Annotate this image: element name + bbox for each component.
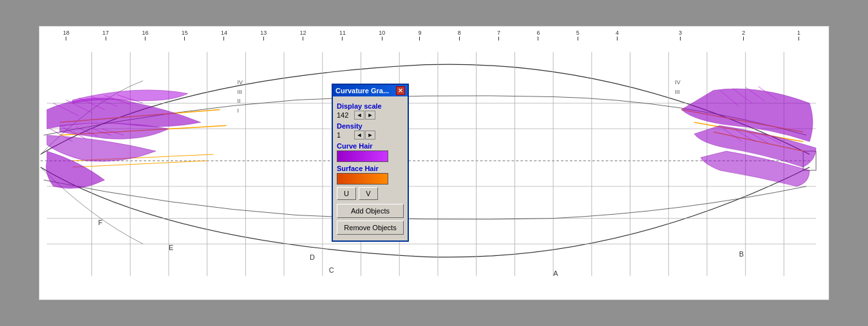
display-scale-label: Display scale bbox=[337, 102, 404, 110]
density-value: 1 bbox=[337, 131, 352, 139]
svg-text:D: D bbox=[310, 253, 315, 261]
dialog-title: Curvature Gra... bbox=[335, 87, 389, 95]
svg-text:F: F bbox=[98, 219, 102, 226]
v-button[interactable]: V bbox=[359, 187, 378, 200]
surface-hair-color-swatch[interactable] bbox=[337, 173, 388, 185]
svg-text:IV: IV bbox=[675, 79, 680, 86]
curve-hair-label: Curve Hair bbox=[337, 142, 404, 150]
density-decrement[interactable]: ◄ bbox=[354, 131, 364, 140]
svg-text:III: III bbox=[237, 89, 241, 95]
u-button[interactable]: U bbox=[337, 187, 356, 200]
curvature-graph-dialog: Curvature Gra... ✕ Display scale 142 ◄ ►… bbox=[332, 84, 409, 242]
canvas-area: 18 17 16 15 14 13 12 11 10 9 8 7 6 5 4 3… bbox=[39, 26, 829, 300]
surface-hair-label: Surface Hair bbox=[337, 165, 404, 172]
add-objects-button[interactable]: Add Objects bbox=[337, 204, 404, 218]
svg-line-41 bbox=[73, 161, 207, 167]
density-row: 1 ◄ ► bbox=[337, 131, 404, 140]
dialog-body: Display scale 142 ◄ ► Density 1 ◄ ► Curv… bbox=[333, 96, 408, 240]
svg-text:E: E bbox=[169, 244, 173, 251]
density-label: Density bbox=[337, 122, 404, 130]
svg-text:B: B bbox=[739, 250, 744, 258]
curve-hair-color-swatch[interactable] bbox=[337, 150, 388, 162]
svg-text:A: A bbox=[553, 269, 558, 277]
svg-text:II: II bbox=[237, 98, 240, 104]
density-spinner[interactable]: ◄ ► bbox=[354, 131, 375, 140]
display-scale-increment[interactable]: ► bbox=[365, 111, 375, 120]
svg-text:C: C bbox=[329, 266, 334, 274]
svg-text:I: I bbox=[237, 107, 238, 114]
ship-drawing: F E D C A B IV III II I IV III bbox=[39, 26, 829, 300]
remove-objects-button[interactable]: Remove Objects bbox=[337, 221, 404, 235]
display-scale-value: 142 bbox=[337, 111, 352, 119]
dialog-close-button[interactable]: ✕ bbox=[396, 86, 405, 95]
density-increment[interactable]: ► bbox=[365, 131, 375, 140]
display-scale-decrement[interactable]: ◄ bbox=[354, 111, 364, 120]
svg-text:III: III bbox=[675, 89, 679, 95]
uv-button-row: U V bbox=[337, 187, 404, 200]
dialog-titlebar[interactable]: Curvature Gra... ✕ bbox=[333, 85, 408, 96]
display-scale-row: 142 ◄ ► bbox=[337, 111, 404, 120]
display-scale-spinner[interactable]: ◄ ► bbox=[354, 111, 375, 120]
svg-text:IV: IV bbox=[237, 79, 242, 86]
